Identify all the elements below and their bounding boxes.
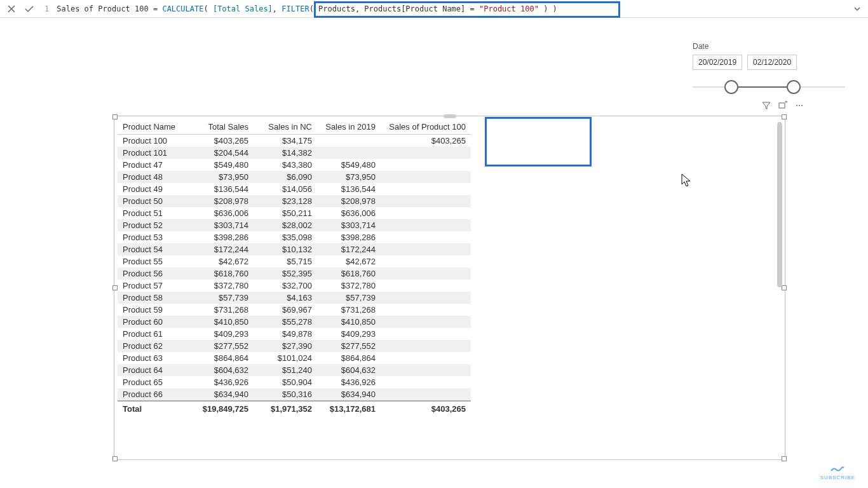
cell-value: $32,700 bbox=[254, 280, 317, 292]
total-value: $403,265 bbox=[381, 401, 471, 416]
cell-value: $436,926 bbox=[317, 376, 381, 388]
filter-icon[interactable] bbox=[761, 100, 771, 111]
cell-value: $208,978 bbox=[182, 195, 254, 207]
cell-value bbox=[381, 195, 471, 207]
cell-value: $403,265 bbox=[381, 135, 471, 147]
table-row[interactable]: Product 58$57,739$4,163$57,739 bbox=[118, 292, 471, 304]
slider-handle-left[interactable] bbox=[724, 80, 738, 94]
cell-value: $634,940 bbox=[182, 388, 254, 401]
cell-value: $10,132 bbox=[254, 243, 317, 255]
cell-value: $634,940 bbox=[317, 388, 381, 401]
cell-value: $409,293 bbox=[317, 328, 381, 340]
more-options-icon[interactable] bbox=[794, 100, 804, 111]
cell-product-name: Product 47 bbox=[118, 159, 182, 171]
scrollbar-thumb[interactable] bbox=[777, 122, 782, 287]
table-row[interactable]: Product 59$731,268$69,967$731,268 bbox=[118, 304, 471, 316]
cell-product-name: Product 66 bbox=[118, 388, 182, 401]
slider-handle-right[interactable] bbox=[787, 80, 801, 94]
col-header-sales-product-100[interactable]: Sales of Product 100 bbox=[381, 119, 471, 135]
date-slider[interactable] bbox=[693, 80, 845, 95]
cell-value bbox=[381, 147, 471, 159]
resize-grip-top[interactable] bbox=[444, 114, 456, 118]
cell-value bbox=[381, 376, 471, 388]
cell-value: $55,278 bbox=[254, 316, 317, 328]
cell-value: $73,950 bbox=[317, 171, 381, 183]
cell-value: $23,128 bbox=[254, 195, 317, 207]
cell-product-name: Product 65 bbox=[118, 376, 182, 388]
cell-value: $136,544 bbox=[317, 183, 381, 195]
cell-value bbox=[381, 340, 471, 352]
table-row[interactable]: Product 62$277,552$27,390$277,552 bbox=[118, 340, 471, 352]
data-table: Product Name Total Sales Sales in NC Sal… bbox=[118, 119, 471, 416]
cell-product-name: Product 62 bbox=[118, 340, 182, 352]
selection-handle[interactable] bbox=[112, 456, 118, 461]
commit-formula-icon[interactable] bbox=[23, 3, 36, 15]
visual-header bbox=[761, 100, 804, 111]
table-row[interactable]: Product 101$204,544$14,382 bbox=[118, 147, 471, 159]
table-row[interactable]: Product 64$604,632$51,240$604,632 bbox=[118, 364, 471, 376]
cell-value: $549,480 bbox=[182, 159, 254, 171]
cell-value bbox=[381, 159, 471, 171]
table-row[interactable]: Product 63$864,864$101,024$864,864 bbox=[118, 352, 471, 364]
table-row[interactable]: Product 48$73,950$6,090$73,950 bbox=[118, 171, 471, 183]
cell-value: $5,715 bbox=[254, 255, 317, 268]
table-row[interactable]: Product 52$303,714$28,002$303,714 bbox=[118, 219, 471, 231]
cell-value bbox=[381, 364, 471, 376]
cell-value: $410,850 bbox=[317, 316, 381, 328]
table-row[interactable]: Product 55$42,672$5,715$42,672 bbox=[118, 255, 471, 268]
cell-value bbox=[381, 268, 471, 280]
table-row[interactable]: Product 56$618,760$52,395$618,760 bbox=[118, 268, 471, 280]
table-row[interactable]: Product 57$372,780$32,700$372,780 bbox=[118, 280, 471, 292]
table-total-row: Total $19,849,725 $1,971,352 $13,172,681… bbox=[118, 401, 471, 416]
cancel-formula-icon[interactable] bbox=[5, 3, 18, 15]
cell-value bbox=[381, 304, 471, 316]
selection-handle[interactable] bbox=[782, 456, 787, 461]
selection-handle[interactable] bbox=[112, 285, 118, 290]
cell-value: $864,864 bbox=[182, 352, 254, 364]
selection-handle[interactable] bbox=[782, 114, 787, 119]
table-row[interactable]: Product 65$436,926$50,904$436,926 bbox=[118, 376, 471, 388]
table-row[interactable]: Product 54$172,244$10,132$172,244 bbox=[118, 243, 471, 255]
cell-value: $101,024 bbox=[254, 352, 317, 364]
table-row[interactable]: Product 61$409,293$49,878$409,293 bbox=[118, 328, 471, 340]
table-row[interactable]: Product 60$410,850$55,278$410,850 bbox=[118, 316, 471, 328]
formula-line-number: 1 bbox=[44, 4, 49, 13]
col-header-product-name[interactable]: Product Name bbox=[118, 119, 182, 135]
vertical-scrollbar[interactable] bbox=[776, 122, 783, 454]
table-row[interactable]: Product 53$398,286$35,098$398,286 bbox=[118, 231, 471, 243]
report-canvas[interactable]: Date 20/02/2019 02/12/2020 bbox=[0, 18, 868, 488]
table-row[interactable]: Product 66$634,940$50,316$634,940 bbox=[118, 388, 471, 401]
cell-product-name: Product 54 bbox=[118, 243, 182, 255]
cell-value: $604,632 bbox=[317, 364, 381, 376]
table-row[interactable]: Product 100$403,265$34,175$403,265 bbox=[118, 135, 471, 147]
date-to-input[interactable]: 02/12/2020 bbox=[747, 55, 797, 70]
cell-value: $43,380 bbox=[254, 159, 317, 171]
col-header-sales-nc[interactable]: Sales in NC bbox=[254, 119, 317, 135]
formula-expand-icon[interactable] bbox=[851, 3, 863, 15]
func-calculate: CALCULATE bbox=[162, 4, 203, 13]
cell-value: $436,926 bbox=[182, 376, 254, 388]
svg-point-3 bbox=[801, 105, 803, 106]
func-filter: FILTER bbox=[281, 4, 309, 13]
table-row[interactable]: Product 49$136,544$14,056$136,544 bbox=[118, 183, 471, 195]
table-row[interactable]: Product 47$549,480$43,380$549,480 bbox=[118, 159, 471, 171]
cell-product-name: Product 63 bbox=[118, 352, 182, 364]
selection-handle[interactable] bbox=[112, 114, 118, 119]
cell-product-name: Product 100 bbox=[118, 135, 182, 147]
cell-value: $604,632 bbox=[182, 364, 254, 376]
formula-input[interactable]: Sales of Product 100 = CALCULATE( [Total… bbox=[54, 3, 846, 15]
cell-value: $410,850 bbox=[182, 316, 254, 328]
date-from-input[interactable]: 20/02/2019 bbox=[693, 55, 742, 70]
col-header-total-sales[interactable]: Total Sales bbox=[182, 119, 254, 135]
col-header-sales-2019[interactable]: Sales in 2019 bbox=[317, 119, 381, 135]
cell-value: $42,672 bbox=[182, 255, 254, 268]
table-row[interactable]: Product 50$208,978$23,128$208,978 bbox=[118, 195, 471, 207]
total-value: $13,172,681 bbox=[317, 401, 381, 416]
focus-mode-icon[interactable] bbox=[778, 100, 788, 111]
cell-value: $277,552 bbox=[182, 340, 254, 352]
table-row[interactable]: Product 51$636,006$50,211$636,006 bbox=[118, 207, 471, 219]
cell-product-name: Product 55 bbox=[118, 255, 182, 268]
formula-bar: 1 Sales of Product 100 = CALCULATE( [Tot… bbox=[0, 0, 868, 18]
table-visual[interactable]: Product Name Total Sales Sales in NC Sal… bbox=[114, 116, 785, 459]
cell-value: $57,739 bbox=[317, 292, 381, 304]
